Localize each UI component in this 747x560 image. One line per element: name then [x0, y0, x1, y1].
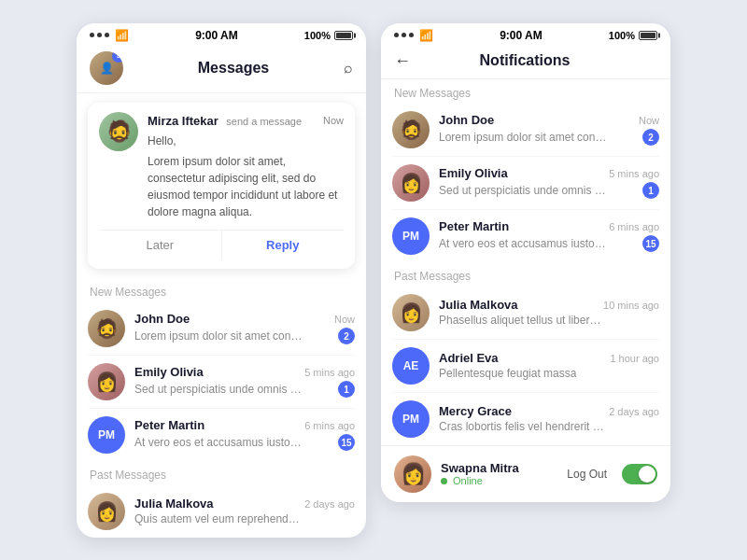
- msg-badge: 2: [642, 129, 659, 146]
- msg-time: 6 mins ago: [609, 221, 659, 232]
- msg-bottom: At vero eos et accusamus iusto odio... 1…: [439, 235, 659, 252]
- list-item[interactable]: 🧔 John Doe Now Lorem ipsum dolor sit ame…: [392, 104, 659, 157]
- initials: PM: [98, 428, 115, 441]
- message-content: Emily Olivia 5 mins ago Sed ut perspicia…: [134, 365, 355, 398]
- msg-preview: Pellentesque feugiat massa: [439, 367, 576, 380]
- later-button[interactable]: Later: [99, 231, 222, 259]
- msg-time: Now: [639, 115, 659, 126]
- right-nav-bar: ← Notifications: [381, 46, 670, 79]
- popup-content: Mirza Iftekar send a message Now Hello, …: [148, 112, 344, 220]
- face-icon: 👩: [95, 500, 119, 523]
- sender-name: Mercy Grace: [439, 404, 512, 418]
- initials: AE: [403, 359, 419, 372]
- avatar-mercy: PM: [392, 400, 430, 438]
- msg-preview: Sed ut perspiciatis unde omnis natus...: [134, 383, 303, 396]
- nav-avatar-left[interactable]: 👤 5: [90, 51, 123, 85]
- signal-dot-3: [409, 33, 414, 37]
- sender-name: Emily Olivia: [439, 166, 508, 180]
- avatar-john-doe: 🧔: [88, 310, 125, 347]
- msg-top: John Doe Now: [134, 312, 355, 326]
- user-status: Online: [441, 475, 557, 486]
- list-item[interactable]: PM Peter Martin 6 mins ago At vero eos e…: [392, 210, 659, 262]
- list-item[interactable]: 👩 Emily Olivia 5 mins ago Sed ut perspic…: [392, 157, 659, 210]
- avatar-emily-right: 👩: [392, 164, 430, 202]
- popup-avatar: 🧔: [99, 112, 138, 151]
- user-avatar: 👩: [394, 455, 431, 493]
- msg-bottom: Quis autem vel eum reprehenderit iure...: [134, 512, 355, 525]
- avatar-adriel: AE: [392, 347, 430, 385]
- msg-preview: Sed ut perspiciatis unde omnis natus...: [439, 184, 607, 197]
- face-icon: 👩: [400, 172, 423, 194]
- msg-top: Peter Martin 6 mins ago: [134, 418, 355, 432]
- popup-time: Now: [323, 115, 344, 126]
- right-status-bar: 📶 9:00 AM 100%: [381, 23, 670, 46]
- toggle-knob: [639, 466, 655, 483]
- msg-top: Emily Olivia 5 mins ago: [134, 365, 355, 379]
- left-section-new: New Messages: [77, 278, 366, 302]
- search-icon[interactable]: ⌕: [344, 60, 353, 77]
- message-content: Adriel Eva 1 hour ago Pellentesque feugi…: [439, 351, 659, 380]
- avatar-peter: PM: [88, 416, 125, 454]
- msg-preview: At vero eos et accusamus iusto odio...: [134, 436, 303, 449]
- list-item[interactable]: PM Peter Martin 6 mins ago At vero eos e…: [88, 409, 355, 461]
- msg-time: Now: [334, 314, 355, 325]
- message-content: Peter Martin 6 mins ago At vero eos et a…: [439, 219, 659, 252]
- msg-time: 6 mins ago: [304, 420, 355, 431]
- msg-badge: 15: [642, 235, 659, 252]
- list-item[interactable]: 👩 Emily Olivia 5 mins ago Sed ut perspic…: [88, 356, 355, 409]
- msg-bottom: Lorem ipsum dolor sit amet consectetur 2: [134, 328, 355, 344]
- left-status-right: 100%: [304, 30, 353, 41]
- list-item[interactable]: 👩 Julia Malkova 10 mins ago Phasellus al…: [392, 287, 659, 340]
- msg-top: Adriel Eva 1 hour ago: [439, 351, 659, 365]
- signal-dot-1: [90, 33, 94, 37]
- notification-popup: 🧔 Mirza Iftekar send a message Now Hello…: [88, 103, 355, 269]
- left-nav-bar: 👤 5 Messages ⌕: [77, 46, 366, 93]
- battery-percent-right: 100%: [609, 30, 635, 41]
- signal-dot-2: [402, 33, 406, 37]
- msg-bottom: At vero eos et accusamus iusto odio... 1…: [134, 434, 355, 451]
- msg-preview: Phasellus aliquet tellus ut libero phare…: [439, 314, 607, 327]
- sender-name: Adriel Eva: [439, 351, 499, 365]
- avatar-john-right: 🧔: [392, 111, 430, 148]
- left-status-left: 📶: [90, 29, 129, 42]
- msg-preview: At vero eos et accusamus iusto odio...: [439, 237, 607, 250]
- avatar-emily: 👩: [88, 363, 125, 400]
- user-name: Swapna Mitra: [441, 461, 557, 475]
- avatar-julia-right: 👩: [392, 294, 430, 331]
- battery-percent-left: 100%: [304, 30, 331, 41]
- msg-top: Julia Malkova 2 days ago: [134, 497, 355, 511]
- right-nav-title: Notifications: [480, 52, 571, 69]
- message-content: John Doe Now Lorem ipsum dolor sit amet …: [439, 113, 659, 146]
- left-phone: 📶 9:00 AM 100% 👤 5 Messages ⌕ 🧔: [77, 23, 366, 538]
- sender-name: Julia Malkova: [439, 298, 518, 312]
- reply-button[interactable]: Reply: [222, 231, 345, 259]
- logout-toggle[interactable]: [622, 464, 657, 484]
- back-button[interactable]: ←: [394, 51, 411, 71]
- message-content: Mercy Grace 2 days ago Cras lobortis fel…: [439, 404, 659, 433]
- msg-bottom: Pellentesque feugiat massa: [439, 367, 659, 380]
- list-item[interactable]: AE Adriel Eva 1 hour ago Pellentesque fe…: [392, 340, 659, 393]
- initials: PM: [402, 230, 419, 243]
- msg-bottom: Cras lobortis felis vel hendrerit feugia…: [439, 420, 659, 433]
- right-content: New Messages 🧔 John Doe Now Lorem ipsum …: [381, 79, 670, 502]
- list-item[interactable]: 🧔 John Doe Now Lorem ipsum dolor sit ame…: [88, 302, 355, 356]
- msg-preview: Cras lobortis felis vel hendrerit feugia…: [439, 420, 607, 433]
- msg-top: Julia Malkova 10 mins ago: [439, 298, 659, 312]
- popup-greeting-text: Hello,: [148, 134, 176, 147]
- status-text: Online: [453, 475, 483, 486]
- face-icon: 🧔: [400, 119, 423, 141]
- avatar-badge: 5: [112, 51, 123, 63]
- initials: PM: [402, 413, 419, 426]
- msg-preview: Quis autem vel eum reprehenderit iure...: [134, 512, 303, 525]
- list-item[interactable]: 👩 Julia Malkova 2 days ago Quis autem ve…: [88, 485, 355, 538]
- face-icon: 🧔: [95, 317, 119, 340]
- wifi-icon: 📶: [419, 29, 433, 42]
- popup-body: Lorem ipsum dolor sit amet, consectetur …: [148, 153, 344, 220]
- msg-preview: Lorem ipsum dolor sit amet consectetur: [439, 131, 607, 144]
- right-past-messages: 👩 Julia Malkova 10 mins ago Phasellus al…: [381, 287, 670, 445]
- msg-badge: 15: [338, 434, 355, 451]
- msg-time: 2 days ago: [304, 498, 355, 510]
- msg-top: Mercy Grace 2 days ago: [439, 404, 659, 418]
- list-item[interactable]: PM Mercy Grace 2 days ago Cras lobortis …: [392, 393, 659, 445]
- sender-name: John Doe: [439, 113, 494, 127]
